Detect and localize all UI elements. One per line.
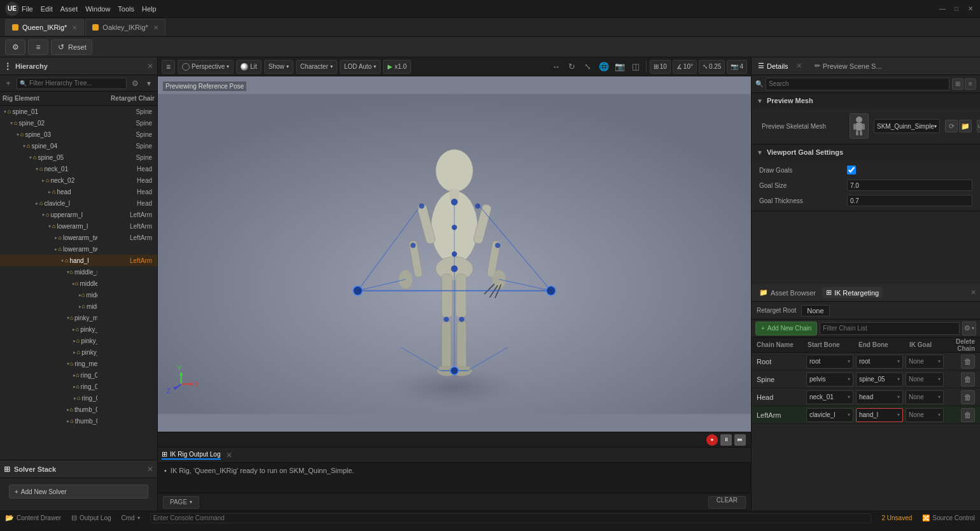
settings-button[interactable]: ⚙	[5, 39, 25, 55]
reset-button[interactable]: ↺ Reset	[51, 39, 92, 55]
menu-file[interactable]: File	[22, 5, 33, 13]
tree-item[interactable]: ▸⌂clavicle_lHead	[0, 197, 157, 209]
content-drawer-button[interactable]: 📂 Content Drawer	[5, 514, 61, 522]
ik-goal-dropdown[interactable]: None▾	[906, 372, 944, 386]
ik-end-bone-dropdown[interactable]: spine_05▾	[856, 372, 903, 386]
tree-item[interactable]: ▾⌂spine_03Spine	[0, 129, 157, 140]
stop-button[interactable]: ⏭	[734, 434, 746, 446]
scale-snap-button[interactable]: ⤡ 0.25	[699, 60, 725, 74]
menu-asset[interactable]: Asset	[60, 5, 78, 13]
source-control-button[interactable]: 🔀 Source Control	[922, 514, 975, 521]
add-new-solver-button[interactable]: + Add New Solver	[9, 485, 148, 499]
ik-end-bone-dropdown[interactable]: root▾	[856, 355, 903, 369]
camera-button[interactable]: 📷	[613, 60, 627, 74]
cmd-button[interactable]: Cmd ▾	[122, 514, 140, 521]
menu-help[interactable]: Help	[142, 5, 157, 13]
draw-goals-checkbox[interactable]	[847, 166, 856, 174]
expand-button[interactable]: ▾	[60, 258, 65, 264]
record-button[interactable]: ●	[706, 434, 718, 446]
expand-button[interactable]: ▾	[28, 155, 33, 160]
retarget-root-value[interactable]: None	[801, 305, 829, 316]
asset-browser-tab[interactable]: 📁 Asset Browser	[755, 287, 820, 298]
ik-goal-dropdown[interactable]: None▾	[906, 355, 944, 369]
expand-button[interactable]: ▸	[41, 178, 46, 183]
tree-item[interactable]: ▾⌂spine_05Spine	[0, 152, 157, 163]
tree-item[interactable]: ▾⌂ring_metac	[0, 358, 157, 369]
tree-item[interactable]: ▾⌂spine_02Spine	[0, 117, 157, 129]
expand-button[interactable]: ▸	[34, 201, 39, 206]
tab-queen-ikrig[interactable]: Queen_IKRig* ✕	[5, 19, 84, 36]
tree-item[interactable]: ▸⌂middle	[0, 301, 157, 312]
goal-thickness-input[interactable]	[847, 195, 972, 206]
translate-button[interactable]: ↔	[549, 60, 563, 74]
viewport-menu-button[interactable]: ≡	[162, 60, 175, 74]
preview-mesh-header[interactable]: ▼ Preview Mesh	[752, 93, 980, 108]
expand-button[interactable]: ▾	[41, 212, 46, 218]
expand-button[interactable]: ▾	[9, 120, 14, 126]
menu-edit[interactable]: Edit	[41, 5, 53, 13]
ik-chain-row[interactable]: Spinepelvis▾spine_05▾None▾🗑	[752, 371, 980, 388]
ik-start-bone-dropdown[interactable]: clavicle_l▾	[806, 408, 853, 422]
hierarchy-dropdown-button[interactable]: ▾	[143, 78, 155, 89]
mesh-browse-button[interactable]: 📁	[959, 120, 972, 132]
perspective-button[interactable]: Perspective ▾	[178, 60, 234, 74]
tree-item[interactable]: ▾⌂spine_04Spine	[0, 140, 157, 152]
tree-item[interactable]: ▾⌂pinky_meta	[0, 312, 157, 323]
show-button[interactable]: Show ▾	[264, 60, 293, 74]
ik-start-bone-dropdown[interactable]: neck_01▾	[806, 390, 853, 404]
preview-scene-tab[interactable]: ✏ Preview Scene S...	[812, 62, 885, 70]
tree-item[interactable]: ▸⌂ring_0	[0, 392, 157, 404]
menu-tools[interactable]: Tools	[118, 5, 134, 13]
play-button[interactable]: ▶ x1.0	[383, 60, 411, 74]
expand-button[interactable]: ▾	[15, 132, 20, 138]
solver-close[interactable]: ✕	[147, 465, 153, 474]
tree-item[interactable]: ▸⌂pinky_	[0, 346, 157, 358]
maximize-button[interactable]: □	[952, 4, 961, 13]
details-close-btn[interactable]: ✕	[796, 62, 802, 70]
lod-auto-button[interactable]: LOD Auto ▾	[340, 60, 381, 74]
viewport[interactable]: Previewing Reference Pose	[158, 76, 751, 432]
expand-button[interactable]: ▸	[73, 350, 77, 355]
surface-button[interactable]: ◫	[629, 60, 643, 74]
mesh-sync-button[interactable]: ⟳	[945, 120, 958, 132]
tree-item[interactable]: ▸⌂ring_02_	[0, 381, 157, 392]
skeletal-mesh-select[interactable]: SKM_Quinn_Simple ▾	[874, 119, 940, 133]
tab-close-oakley[interactable]: ✕	[153, 24, 158, 31]
ik-end-bone-dropdown[interactable]: hand_l▾	[856, 408, 903, 422]
tab-close-queen[interactable]: ✕	[72, 24, 77, 31]
tree-item[interactable]: ▾⌂lowerarm_lLeftArm	[0, 220, 157, 232]
expand-button[interactable]: ▾	[47, 223, 52, 229]
tree-item[interactable]: ▸⌂neck_02Head	[0, 174, 157, 186]
expand-button[interactable]: ▾	[34, 166, 39, 172]
ik-delete-chain-button[interactable]: 🗑	[961, 390, 975, 404]
rotate-button[interactable]: ↻	[565, 60, 579, 74]
tree-item[interactable]: ▾⌂hand_lLeftArm	[0, 255, 157, 266]
ik-delete-chain-button[interactable]: 🗑	[961, 408, 975, 422]
tree-item[interactable]: ▸⌂thumb_01_l	[0, 404, 157, 415]
ik-chain-row[interactable]: LeftArmclavicle_l▾hand_l▾None▾🗑	[752, 406, 980, 424]
viewport-goal-header[interactable]: ▼ Viewport Goal Settings	[752, 145, 980, 160]
details-list-view-button[interactable]: ≡	[965, 78, 976, 90]
tree-item[interactable]: ▸⌂thumb_02	[0, 415, 157, 427]
world-button[interactable]: 🌐	[597, 60, 611, 74]
tree-item[interactable]: ▾⌂spine_01Spine	[0, 106, 157, 117]
tree-item[interactable]: ▾⌂middle_met	[0, 266, 157, 278]
tree-item[interactable]: ▸⌂pinky_0	[0, 335, 157, 346]
hierarchy-button[interactable]: ≡	[28, 39, 48, 55]
ik-start-bone-dropdown[interactable]: root▾	[806, 355, 853, 369]
ik-settings-button[interactable]: ⚙ ▾	[962, 322, 976, 336]
expand-button[interactable]: ▸	[73, 395, 77, 401]
hierarchy-close[interactable]: ✕	[147, 62, 153, 71]
ik-retargeting-tab[interactable]: ⊞ IK Retargeting	[822, 287, 883, 298]
tree-item[interactable]: ▸⌂middle_l	[0, 289, 157, 301]
console-input[interactable]	[150, 513, 872, 523]
details-grid-view-button[interactable]: ⊞	[952, 78, 963, 90]
ik-close-button[interactable]: ✕	[970, 288, 976, 297]
add-bone-button[interactable]: +	[3, 78, 14, 89]
page-button[interactable]: PAGE ▾	[163, 496, 199, 509]
tree-item[interactable]: ▸⌂lowerarm_twLeftArm	[0, 232, 157, 243]
add-chain-button[interactable]: + Add New Chain	[755, 322, 817, 336]
tree-item[interactable]: ▸⌂pinky_01_	[0, 323, 157, 335]
mesh-reset-button[interactable]: ↺	[977, 120, 980, 132]
menu-window[interactable]: Window	[85, 5, 110, 13]
